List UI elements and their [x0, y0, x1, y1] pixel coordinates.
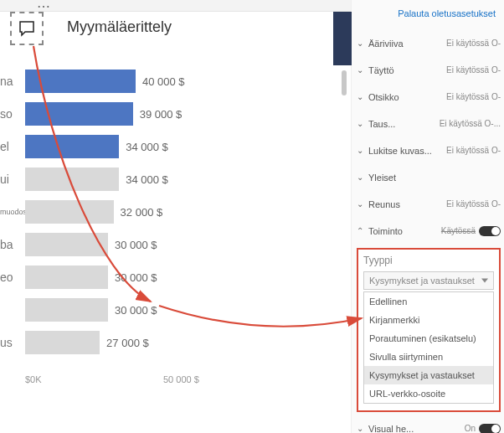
bar-value-label: 30 000 $	[115, 271, 157, 283]
bar[interactable]: 30 000 $	[25, 265, 108, 289]
dropdown-option[interactable]: Kirjanmerkki	[364, 311, 493, 329]
bar[interactable]: 30 000 $	[25, 298, 108, 322]
bar[interactable]: 30 000 $	[25, 233, 108, 256]
property-name: Taus...	[368, 119, 440, 129]
bar-category-label: ui	[0, 173, 25, 186]
footer-label: Visual he...	[368, 424, 465, 434]
type-dropdown-list: EdellinenKirjanmerkkiPorautuminen (esika…	[363, 291, 494, 404]
format-property[interactable]: ⌄ReunusEi käytössä O-	[357, 191, 501, 218]
property-value: Ei käytössä O-	[446, 199, 501, 209]
bar-row: ba30 000 $	[0, 229, 326, 260]
speech-bubble-icon	[17, 18, 37, 39]
bar-value-label: 30 000 $	[115, 238, 157, 250]
format-panel: Palauta oletusasetukset ⌄ÄäriviivaEi käy…	[352, 0, 504, 433]
bar[interactable]: 34 000 $	[25, 168, 119, 191]
format-property[interactable]: ⌄Yleiset	[357, 164, 501, 191]
bar-value-label: 30 000 $	[115, 303, 157, 316]
footer-value: On	[465, 424, 476, 433]
property-value: Ei käytössä O-	[446, 65, 501, 75]
bar-row: ui34 000 $	[0, 163, 326, 194]
chevron-up-icon[interactable]: ⌃	[357, 226, 368, 235]
bar-category-label: ba	[0, 238, 25, 251]
property-name: Lukitse kuvas...	[368, 146, 446, 156]
bar-value-label: 27 000 $	[106, 336, 149, 348]
bar-value-label: 39 000 $	[140, 107, 183, 120]
footer-prop: ⌄ Visual he... On	[357, 415, 501, 433]
chevron-down-icon[interactable]: ⌄	[357, 173, 368, 182]
bar[interactable]: 40 000 $	[25, 70, 136, 93]
chevron-down-icon[interactable]: ⌄	[357, 119, 368, 128]
bar-value-label: 32 000 $	[121, 205, 163, 218]
property-toggle[interactable]	[479, 226, 501, 236]
property-value: Ei käytössä O-	[446, 92, 501, 101]
restore-defaults-link[interactable]: Palauta oletusasetukset	[357, 8, 496, 18]
chevron-down-icon[interactable]: ⌄	[357, 39, 368, 48]
format-property[interactable]: ⌃ToimintoKäytössä	[357, 218, 501, 245]
bar-category-label: eo	[0, 271, 25, 284]
footer-toggle[interactable]	[479, 424, 501, 434]
type-dropdown[interactable]: Kysymykset ja vastaukset	[363, 271, 494, 290]
property-value: Ei käytössä O-	[446, 146, 501, 155]
chevron-down-icon[interactable]: ⌄	[357, 65, 368, 75]
bar-category-label: so	[0, 107, 25, 121]
chevron-down-icon[interactable]: ⌄	[357, 199, 368, 209]
bar-row: na40 000 $	[0, 65, 326, 96]
bar-row: eo30 000 $	[0, 261, 326, 292]
property-name: Otsikko	[368, 92, 446, 102]
format-property[interactable]: ⌄TäyttöEi käytössä O-	[357, 57, 501, 84]
property-name: Reunus	[368, 199, 446, 209]
comment-button[interactable]	[10, 12, 44, 45]
bar-row: us27 000 $	[0, 327, 326, 358]
property-value: Ei käytössä O-	[446, 39, 501, 48]
format-property[interactable]: ⌄Lukitse kuvas...Ei käytössä O-	[357, 137, 501, 164]
bar-row: muodossa32 000 $	[0, 196, 326, 227]
property-name: Yleiset	[368, 173, 501, 183]
top-bar: ⋯	[0, 0, 351, 12]
bar-value-label: 34 000 $	[126, 140, 168, 152]
property-value: Käytössä	[441, 226, 476, 235]
property-name: Toiminto	[368, 226, 441, 236]
dropdown-option[interactable]: Edellinen	[364, 292, 493, 311]
dropdown-option[interactable]: Porautuminen (esikatselu)	[364, 329, 493, 348]
x-axis: $0K50 000 $	[25, 374, 326, 389]
chevron-down-icon[interactable]: ⌄	[357, 92, 368, 101]
dropdown-option[interactable]: Kysymykset ja vastaukset	[364, 366, 493, 384]
bar-category-label: us	[0, 336, 25, 349]
bar-category-label: el	[0, 140, 25, 153]
axis-tick: 50 000 $	[163, 374, 199, 384]
chevron-down-icon[interactable]: ⌄	[357, 424, 368, 433]
axis-tick: $0K	[25, 374, 42, 384]
chevron-down-icon[interactable]: ⌄	[357, 146, 368, 155]
property-name: Ääriviiva	[368, 39, 446, 49]
format-property[interactable]: ⌄ÄäriviivaEi käytössä O-	[357, 30, 501, 57]
chart: na40 000 $so39 000 $el34 000 $ui34 000 $…	[0, 65, 351, 433]
bar-category-label: muodossa	[0, 208, 25, 216]
bar-category-label: na	[0, 75, 25, 88]
bar[interactable]: 34 000 $	[25, 135, 119, 158]
property-name: Täyttö	[368, 65, 446, 75]
dropdown-option[interactable]: URL-verkko-osoite	[364, 384, 493, 403]
property-value: Ei käytössä O-...	[440, 119, 501, 128]
bar-row: el34 000 $	[0, 131, 326, 162]
dark-header-strip	[333, 12, 352, 65]
bar[interactable]: 39 000 $	[25, 102, 133, 126]
dropdown-option[interactable]: Sivulla siirtyminen	[364, 348, 493, 366]
type-highlight-box: Tyyppi Kysymykset ja vastaukset Edelline…	[357, 248, 501, 412]
bar[interactable]: 32 000 $	[25, 200, 114, 224]
format-property[interactable]: ⌄Taus...Ei käytössä O-...	[357, 111, 501, 137]
type-label: Tyyppi	[363, 255, 494, 266]
bar-row: so39 000 $	[0, 98, 326, 129]
bar[interactable]: 27 000 $	[25, 331, 100, 354]
bar-value-label: 34 000 $	[126, 173, 168, 185]
bar-value-label: 40 000 $	[142, 75, 185, 87]
format-property[interactable]: ⌄OtsikkoEi käytössä O-	[357, 84, 501, 111]
page-title: Myymäläerittely	[67, 18, 172, 36]
bar-row: 30 000 $	[0, 294, 326, 325]
